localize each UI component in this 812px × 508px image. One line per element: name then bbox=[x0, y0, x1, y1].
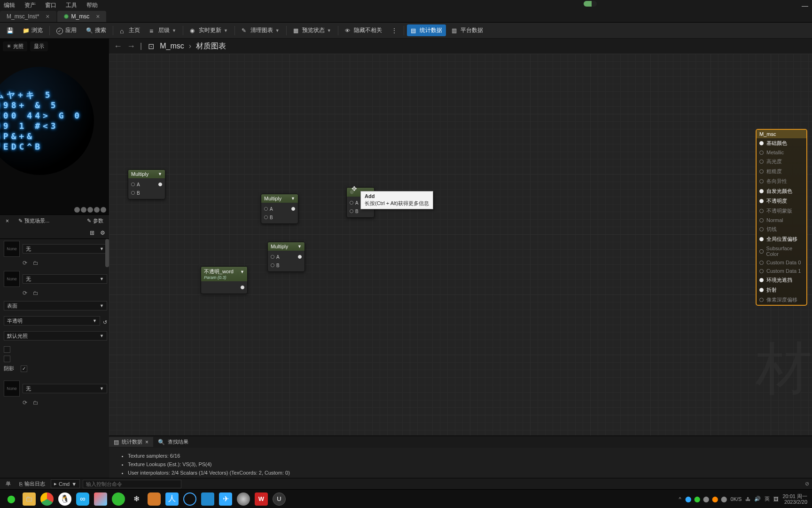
output-pin[interactable]: 全局位置偏移 bbox=[757, 234, 806, 244]
texture-dropdown[interactable]: 无▼ bbox=[23, 244, 107, 254]
close-details-button[interactable]: × bbox=[2, 216, 13, 226]
live-update-button[interactable]: 实时更新▼ bbox=[186, 24, 232, 36]
more-button[interactable]: ⋮ bbox=[388, 25, 401, 36]
output-pin[interactable]: 各向异性 bbox=[757, 176, 806, 186]
shading-model-dropdown[interactable]: 默认光照▼ bbox=[4, 331, 107, 341]
close-icon[interactable]: × bbox=[96, 13, 100, 20]
window-minimize[interactable]: — bbox=[802, 2, 808, 9]
material-output-node[interactable]: M_msc 基础颜色Metallic高光度粗糙度各向异性自发光颜色不透明度不透明… bbox=[756, 129, 807, 306]
parameters-tab[interactable]: 参数 bbox=[83, 216, 107, 226]
cmd-dropdown[interactable]: ▸Cmd▼ bbox=[51, 479, 80, 488]
shape-sphere-icon[interactable] bbox=[81, 207, 86, 213]
output-pin[interactable]: Custom Data 1 bbox=[757, 267, 806, 275]
nav-forward-button[interactable] bbox=[127, 41, 135, 51]
preview-state-button[interactable]: 预览状态▼ bbox=[289, 24, 335, 36]
home-button[interactable]: 主页 bbox=[116, 24, 144, 36]
output-pin[interactable]: 高光度 bbox=[757, 157, 806, 167]
taskbar-app-icon[interactable] bbox=[94, 492, 107, 506]
stats-tab[interactable]: 统计数据 × bbox=[109, 437, 153, 447]
tab-m_msc[interactable]: M_msc × bbox=[57, 11, 107, 22]
output-pin[interactable]: Metallic bbox=[757, 148, 806, 157]
taskbar-app-icon[interactable] bbox=[148, 492, 161, 506]
pin-in-a[interactable] bbox=[264, 207, 268, 211]
pin-out[interactable] bbox=[158, 183, 162, 186]
output-pin[interactable]: 不透明蒙版 bbox=[757, 206, 806, 216]
folder-icon[interactable] bbox=[33, 290, 40, 296]
menu-asset[interactable]: 资产 bbox=[24, 1, 36, 9]
pin-in-b[interactable] bbox=[131, 191, 135, 195]
tray-icon[interactable]: ⬤ bbox=[694, 496, 700, 502]
output-pin[interactable]: Normal bbox=[757, 216, 806, 224]
tray-expand-icon[interactable]: ^ bbox=[679, 496, 681, 502]
platform-data-button[interactable]: 平台数据 bbox=[448, 24, 487, 36]
taskbar-explorer-icon[interactable]: 🗀 bbox=[23, 492, 36, 506]
apply-button[interactable]: 应用 bbox=[53, 24, 80, 36]
output-pin[interactable]: Subsurface Color bbox=[757, 244, 806, 258]
pin-out[interactable] bbox=[241, 286, 244, 289]
shape-cube-icon[interactable] bbox=[94, 207, 100, 213]
revert-icon[interactable] bbox=[103, 319, 107, 325]
folder-icon[interactable] bbox=[33, 399, 40, 406]
lit-mode-button[interactable]: 光照 bbox=[3, 41, 27, 51]
taskbar-app-icon[interactable] bbox=[237, 492, 250, 506]
taskbar-app-icon[interactable]: ✈ bbox=[219, 492, 232, 506]
console-input[interactable] bbox=[83, 480, 181, 488]
grid-view-icon[interactable] bbox=[88, 229, 96, 237]
output-pin[interactable]: 基础颜色 bbox=[757, 138, 806, 148]
tray-battery-icon[interactable]: 🖼 bbox=[773, 496, 779, 502]
taskbar-app-icon[interactable]: 人 bbox=[165, 492, 179, 506]
taskbar-app-icon[interactable] bbox=[183, 492, 196, 506]
reset-icon[interactable] bbox=[23, 290, 30, 296]
nav-back-button[interactable] bbox=[114, 41, 122, 51]
texture-thumb[interactable]: None bbox=[4, 241, 20, 257]
preview-scene-tab[interactable]: 预览场景... bbox=[15, 216, 53, 226]
output-log-button[interactable]: 输出日志 bbox=[16, 479, 48, 488]
browse-button[interactable]: 浏览 bbox=[19, 24, 47, 36]
show-button[interactable]: 显示 bbox=[30, 41, 48, 51]
output-pin[interactable]: 折射 bbox=[757, 285, 806, 295]
pin-in-a[interactable] bbox=[350, 201, 353, 205]
breadcrumb-asset[interactable]: M_msc bbox=[160, 42, 184, 50]
stats-button[interactable]: 统计数据 bbox=[407, 24, 446, 36]
status-warning-icon[interactable]: ⊘ bbox=[805, 481, 809, 487]
blend-mode-dropdown[interactable]: 半透明▼ bbox=[4, 316, 100, 325]
menu-button[interactable]: 单 bbox=[3, 479, 14, 488]
tray-ime[interactable]: 英 bbox=[765, 495, 770, 502]
hide-unrelated-button[interactable]: 隐藏不相关 bbox=[341, 24, 386, 36]
scrollbar[interactable] bbox=[105, 239, 109, 267]
breadcrumb-graph[interactable]: 材质图表 bbox=[196, 41, 226, 51]
tray-icon[interactable]: ⬤ bbox=[703, 496, 709, 502]
shape-custom-icon[interactable] bbox=[101, 207, 106, 213]
pin-out[interactable] bbox=[298, 255, 302, 259]
node-multiply-1[interactable]: Multiply▼ A B bbox=[128, 169, 165, 199]
tab-m_msc_inst[interactable]: M_msc_Inst* × bbox=[0, 11, 56, 22]
material-graph[interactable]: 材 Multiply▼ A B Multiply▼ A B Multiply▼ bbox=[109, 54, 812, 436]
node-multiply-3[interactable]: Multiply▼ A B bbox=[267, 242, 305, 272]
taskbar-app-icon[interactable] bbox=[201, 492, 214, 506]
texture-thumb[interactable]: None bbox=[4, 381, 20, 397]
taskbar-wps-icon[interactable]: W bbox=[255, 492, 268, 506]
layers-button[interactable]: 层级▼ bbox=[146, 24, 180, 36]
taskbar-app-icon[interactable] bbox=[112, 492, 125, 506]
output-pin[interactable]: 自发光颜色 bbox=[757, 186, 806, 196]
output-pin[interactable]: 像素深度偏移 bbox=[757, 295, 806, 305]
tray-volume-icon[interactable]: 🔊 bbox=[754, 496, 761, 502]
reset-icon[interactable] bbox=[23, 399, 30, 406]
output-pin[interactable]: 切线 bbox=[757, 224, 806, 234]
output-pin[interactable]: Custom Data 0 bbox=[757, 258, 806, 267]
checkbox[interactable] bbox=[4, 356, 10, 362]
pin-in-b[interactable] bbox=[264, 215, 268, 219]
menu-window[interactable]: 窗口 bbox=[45, 1, 56, 9]
pin-in-a[interactable] bbox=[131, 183, 135, 186]
find-results-tab[interactable]: 查找结果 bbox=[153, 437, 193, 447]
reset-icon[interactable] bbox=[23, 260, 30, 266]
tray-icon[interactable]: ⬤ bbox=[712, 496, 718, 502]
clean-graph-button[interactable]: 清理图表▼ bbox=[238, 24, 283, 36]
node-opacity-param[interactable]: 不透明_word ▼ Param (0.3) bbox=[201, 266, 248, 294]
taskbar-unreal-icon[interactable]: U bbox=[273, 492, 286, 506]
cast-shadow-checkbox[interactable] bbox=[21, 365, 27, 372]
texture-dropdown[interactable]: 无▼ bbox=[23, 274, 107, 284]
close-icon[interactable]: × bbox=[46, 13, 49, 20]
output-pin[interactable]: 不透明度 bbox=[757, 196, 806, 206]
tray-icon[interactable]: ⬤ bbox=[721, 496, 727, 502]
